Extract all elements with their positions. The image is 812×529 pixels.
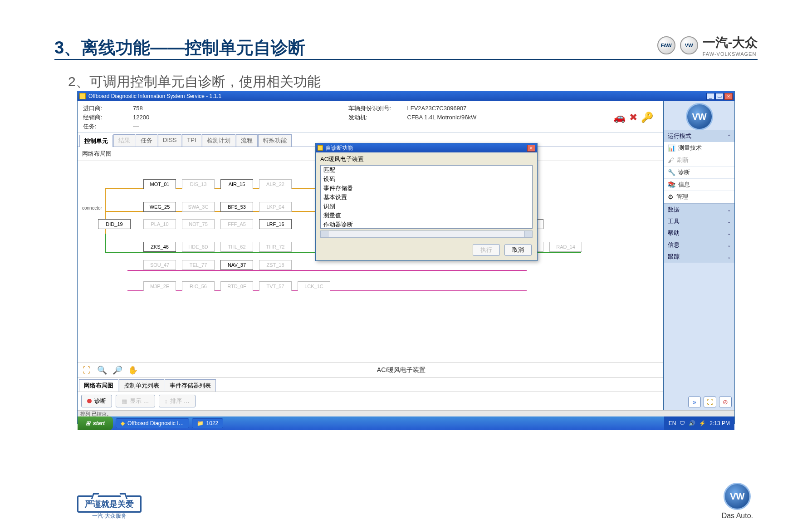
expand-view-button[interactable]: ⛶ bbox=[704, 397, 716, 407]
node[interactable]: ZKS_46 bbox=[143, 242, 176, 252]
tray-icon[interactable]: 🔊 bbox=[689, 420, 695, 426]
node[interactable]: DIS_13 bbox=[182, 179, 215, 189]
node[interactable]: RAD_14 bbox=[549, 242, 582, 252]
node[interactable]: M3P_2E bbox=[143, 281, 176, 291]
engine-label: 发动机: bbox=[348, 113, 407, 122]
node[interactable]: LRF_16 bbox=[259, 219, 292, 229]
close-button[interactable]: × bbox=[724, 93, 733, 100]
tab-control-unit[interactable]: 控制单元 bbox=[79, 135, 113, 147]
node[interactable]: BFS_53 bbox=[220, 202, 253, 212]
tray-icon[interactable]: 🛡 bbox=[680, 420, 685, 426]
node[interactable]: THL_62 bbox=[220, 242, 253, 252]
node[interactable]: NAV_37 bbox=[220, 260, 253, 270]
node[interactable]: ZST_18 bbox=[259, 260, 292, 270]
lang-indicator[interactable]: EN bbox=[669, 420, 676, 426]
side-item-label: 刷新 bbox=[677, 156, 689, 164]
zoom-in-icon[interactable]: 🔍 bbox=[97, 365, 108, 376]
node[interactable]: RIO_56 bbox=[182, 281, 215, 291]
node[interactable]: THR_72 bbox=[259, 242, 292, 252]
window-titlebar[interactable]: Offboard Diagnostic Information System S… bbox=[78, 91, 734, 101]
minimize-button[interactable]: _ bbox=[706, 93, 714, 100]
node[interactable]: AIR_15 bbox=[220, 179, 253, 189]
subtab-layout[interactable]: 网络布局图 bbox=[79, 379, 118, 392]
tab-diss[interactable]: DISS bbox=[158, 134, 181, 147]
node[interactable]: TVT_57 bbox=[259, 281, 292, 291]
das-auto-text: Das Auto. bbox=[722, 512, 753, 520]
selected-unit-label: AC/暖风电子装置 bbox=[143, 366, 660, 374]
header-icons: 🚗 ✖ 🔑 bbox=[613, 104, 658, 131]
side-data-header[interactable]: 数据⌄ bbox=[664, 204, 734, 216]
dialog-close-button[interactable]: × bbox=[527, 145, 535, 152]
node[interactable]: HDE_6D bbox=[182, 242, 215, 252]
node[interactable]: LCK_1C bbox=[298, 281, 330, 291]
sort-button-label: 排序 … bbox=[170, 397, 190, 405]
node[interactable]: LKP_04 bbox=[259, 202, 292, 212]
dialog-hscrollbar[interactable] bbox=[320, 230, 533, 238]
list-item[interactable]: 识别 bbox=[321, 202, 532, 211]
hand-icon[interactable]: ✋ bbox=[127, 365, 138, 376]
clock[interactable]: 2:13 PM bbox=[709, 420, 730, 426]
side-mode-header[interactable]: 运行模式⌃ bbox=[664, 130, 734, 142]
tray-icon[interactable]: ⚡ bbox=[699, 420, 706, 426]
side-item-diagnose[interactable]: 🔧诊断 bbox=[664, 167, 734, 179]
node[interactable]: PLA_10 bbox=[143, 219, 176, 229]
side-bottom-buttons: » ⛶ ⊘ bbox=[664, 394, 734, 410]
badge-subtext: 一汽-大众服务 bbox=[77, 512, 142, 520]
side-item-label: 诊断 bbox=[678, 168, 690, 176]
dialog-list[interactable]: 匹配 设码 事件存储器 基本设置 识别 测量值 作动器诊断 访问权限 bbox=[320, 165, 533, 229]
node[interactable]: TEL_77 bbox=[182, 260, 215, 270]
tab-task[interactable]: 任务 bbox=[136, 134, 157, 147]
list-item[interactable]: 事件存储器 bbox=[321, 184, 532, 193]
app-small-icon: ◆ bbox=[121, 420, 125, 426]
list-item[interactable]: 设码 bbox=[321, 175, 532, 184]
subtab-event-list[interactable]: 事件存储器列表 bbox=[165, 379, 216, 392]
zoom-out-icon[interactable]: 🔎 bbox=[112, 365, 123, 376]
maximize-button[interactable]: ▭ bbox=[715, 93, 724, 100]
node[interactable]: ALR_22 bbox=[259, 179, 292, 189]
subtab-unit-list[interactable]: 控制单元列表 bbox=[119, 379, 164, 392]
fit-view-icon[interactable]: ⛶ bbox=[81, 365, 92, 376]
node[interactable]: MOT_01 bbox=[143, 179, 176, 189]
side-info-header[interactable]: 信息⌄ bbox=[664, 239, 734, 251]
list-item[interactable]: 测量值 bbox=[321, 211, 532, 220]
side-item-refresh: 🖌刷新 bbox=[664, 154, 734, 167]
side-help-header[interactable]: 帮助⌄ bbox=[664, 227, 734, 239]
footer-badge: 严谨就是关爱 一汽-大众服务 bbox=[77, 495, 142, 520]
taskbar-item-folder[interactable]: 📁1022 bbox=[192, 418, 224, 428]
node[interactable]: SOU_47 bbox=[143, 260, 176, 270]
stop-button[interactable]: ⊘ bbox=[719, 397, 732, 407]
diag-button[interactable]: 诊断 bbox=[81, 395, 112, 407]
side-trace-header[interactable]: 跟踪⌄ bbox=[664, 251, 734, 263]
diagram-toolbar: ⛶ 🔍 🔎 ✋ AC/暖风电子装置 bbox=[78, 362, 663, 377]
node[interactable]: SWA_3C bbox=[182, 202, 215, 212]
node[interactable]: RTD_0F bbox=[220, 281, 253, 291]
side-tools-header[interactable]: 工具⌄ bbox=[664, 216, 734, 227]
tab-tpi[interactable]: TPI bbox=[182, 134, 201, 147]
footer-rule bbox=[54, 478, 758, 478]
side-item-info[interactable]: 📚信息 bbox=[664, 179, 734, 191]
taskbar-item-odis[interactable]: ◆Offboard Diagnostic I… bbox=[116, 418, 189, 428]
node[interactable]: WEG_25 bbox=[143, 202, 176, 212]
importer-label: 进口商: bbox=[83, 104, 133, 113]
node[interactable]: NOT_75 bbox=[182, 219, 215, 229]
node-did[interactable]: DID_19 bbox=[98, 219, 131, 229]
node[interactable]: FFF_A5 bbox=[220, 219, 253, 229]
start-button[interactable]: ⊞start bbox=[78, 416, 113, 430]
list-item[interactable]: 基本设置 bbox=[321, 193, 532, 202]
sort-button: ↕排序 … bbox=[159, 395, 196, 407]
next-button[interactable]: » bbox=[688, 397, 701, 407]
side-item-manage[interactable]: ⚙管理 bbox=[664, 191, 734, 203]
app-icon bbox=[79, 93, 86, 99]
taskbar-item-label: Offboard Diagnostic I… bbox=[127, 420, 184, 426]
dialog-cancel-button[interactable]: 取消 bbox=[504, 244, 532, 256]
list-item[interactable]: 作动器诊断 bbox=[321, 220, 532, 229]
tab-special[interactable]: 特殊功能 bbox=[258, 134, 292, 147]
expand-icon: ⌄ bbox=[727, 231, 731, 236]
list-item[interactable]: 匹配 bbox=[321, 166, 532, 175]
tab-testplan[interactable]: 检测计划 bbox=[202, 134, 235, 147]
side-item-measure[interactable]: 📊测量技术 bbox=[664, 142, 734, 154]
system-tray[interactable]: EN 🛡 🔊 ⚡ 2:13 PM bbox=[664, 416, 734, 430]
dialog-titlebar[interactable]: 自诊断功能 × bbox=[316, 143, 537, 152]
bus-green-v bbox=[105, 234, 106, 252]
tab-flow[interactable]: 流程 bbox=[236, 134, 258, 147]
